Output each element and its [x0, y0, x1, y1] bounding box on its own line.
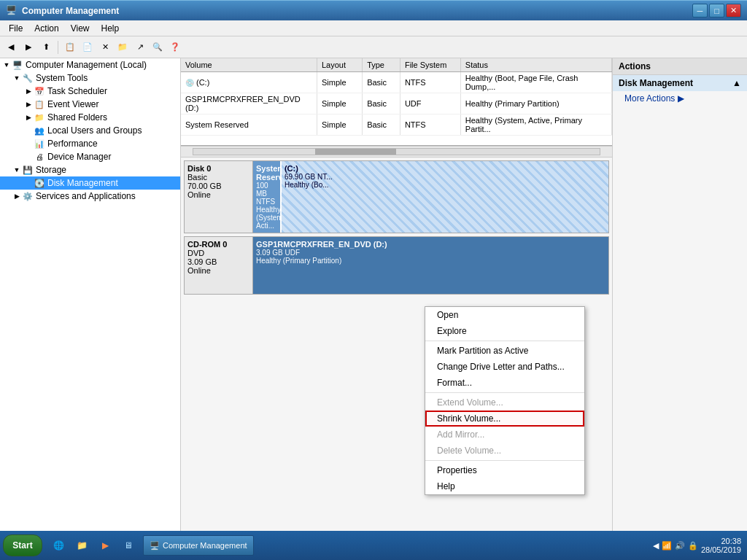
actions-more[interactable]: More Actions ▶: [613, 91, 747, 106]
col-status[interactable]: Status: [460, 58, 611, 72]
toolbar-btn2[interactable]: 📄: [80, 39, 96, 55]
start-button[interactable]: Start: [3, 534, 42, 556]
table-row[interactable]: System Reserved Simple Basic NTFS Health…: [181, 114, 612, 136]
taskbar-window-label: Computer Management: [163, 541, 247, 550]
toolbar: ◀ ▶ ⬆ 📋 📄 ✕ 📁 ↗ 🔍 ❓: [0, 36, 747, 58]
expander-services-apps[interactable]: ▶: [12, 191, 22, 201]
icon-event-viewer: 📋: [34, 98, 45, 110]
forward-button[interactable]: ▶: [20, 39, 36, 55]
tree-item-device-manager[interactable]: ▶ 🖨 Device Manager: [0, 150, 180, 163]
icon-task-scheduler: 📅: [34, 85, 45, 97]
label-local-users: Local Users and Groups: [47, 125, 142, 136]
taskbar-explorer-icon[interactable]: 📁: [71, 535, 92, 556]
disk-name-cdrom: CD-ROM 0: [187, 240, 249, 249]
label-system-tools: System Tools: [36, 73, 88, 83]
taskbar-media-icon[interactable]: ▶: [95, 535, 115, 556]
taskbar-active-window[interactable]: 🖥️ Computer Management: [143, 535, 254, 556]
expander-storage[interactable]: ▼: [12, 165, 22, 175]
back-button[interactable]: ◀: [3, 39, 19, 55]
tree-item-system-tools[interactable]: ▼ 🔧 System Tools: [0, 71, 180, 85]
delete-button[interactable]: ✕: [97, 39, 113, 55]
label-disk-management: Disk Management: [47, 178, 118, 188]
tray-hide-icon[interactable]: ◀: [653, 541, 659, 551]
expander-event-viewer[interactable]: ▶: [23, 99, 34, 109]
properties-button[interactable]: 📁: [115, 39, 131, 55]
menu-file[interactable]: File: [3, 22, 28, 35]
ctx-properties[interactable]: Properties: [425, 462, 584, 478]
cell-status-1: Healthy (Primary Partition): [460, 93, 611, 114]
ctx-help[interactable]: Help: [425, 478, 584, 494]
partition-size-c: 69.90 GB NT...: [285, 173, 605, 181]
expander-computer-management[interactable]: ▼: [1, 60, 12, 70]
col-type[interactable]: Type: [363, 58, 400, 72]
minimize-button[interactable]: ─: [692, 4, 708, 18]
title-bar-buttons: ─ □ ✕: [692, 4, 741, 18]
partition-system-reserved[interactable]: System Reserved 100 MB NTFS Healthy (Sys…: [253, 161, 282, 233]
export-button[interactable]: ↗: [132, 39, 148, 55]
tree-item-storage[interactable]: ▼ 💾 Storage: [0, 163, 180, 176]
actions-panel: Actions Disk Management ▲ More Actions ▶: [612, 58, 747, 531]
maximize-button[interactable]: □: [709, 4, 724, 18]
menu-help[interactable]: Help: [96, 22, 125, 35]
label-storage: Storage: [36, 165, 66, 175]
expander-shared-folders[interactable]: ▶: [23, 112, 34, 122]
partition-c-drive[interactable]: (C:) 69.90 GB NT... Healthy (Bo...: [282, 161, 608, 233]
ctx-mark-active[interactable]: Mark Partition as Active: [425, 343, 584, 359]
disk-size-0: 70.00 GB: [187, 182, 249, 190]
expander-task-scheduler[interactable]: ▶: [23, 86, 34, 96]
clock-time: 20:38: [701, 537, 741, 545]
expander-system-tools[interactable]: ▼: [12, 73, 22, 83]
icon-computer-management: 🖥️: [12, 59, 23, 71]
table-row[interactable]: GSP1RMCPRXFRER_EN_DVD (D:) Simple Basic …: [181, 93, 612, 114]
ctx-shrink[interactable]: Shrink Volume...: [425, 411, 584, 427]
partition-dvd[interactable]: GSP1RMCPRXFRER_EN_DVD (D:) 3.09 GB UDF H…: [253, 237, 608, 294]
partition-status-dvd: Healthy (Primary Partition): [256, 257, 605, 265]
disk-type-cdrom: DVD: [187, 249, 249, 257]
tree-item-disk-management[interactable]: ▶ 💽 Disk Management: [0, 176, 180, 190]
actions-section-title[interactable]: Disk Management ▲: [613, 75, 747, 91]
ctx-change-letter[interactable]: Change Drive Letter and Paths...: [425, 359, 584, 375]
help-toolbar-button[interactable]: ❓: [167, 39, 183, 55]
cell-volume-1: GSP1RMCPRXFRER_EN_DVD (D:): [181, 93, 317, 114]
taskbar-ie-icon[interactable]: 🌐: [48, 535, 69, 556]
close-button[interactable]: ✕: [726, 4, 741, 18]
tree-item-task-scheduler[interactable]: ▶ 📅 Task Scheduler: [0, 85, 180, 98]
col-filesystem[interactable]: File System: [400, 58, 460, 72]
clock-date: 28/05/2019: [701, 545, 741, 554]
cell-layout-0: Simple: [317, 72, 362, 93]
tree-item-performance[interactable]: ▶ 📊 Performance: [0, 137, 180, 150]
search-button[interactable]: 🔍: [150, 39, 166, 55]
icon-performance: 📊: [34, 138, 45, 149]
system-clock[interactable]: 20:38 28/05/2019: [701, 537, 741, 554]
tree-item-event-viewer[interactable]: ▶ 📋 Event Viewer: [0, 98, 180, 111]
up-button[interactable]: ⬆: [38, 39, 54, 55]
cell-status-0: Healthy (Boot, Page File, Crash Dump,...: [460, 72, 611, 93]
taskbar-network-icon[interactable]: 🖥: [118, 535, 139, 556]
tray-volume-icon[interactable]: 🔊: [675, 541, 685, 551]
tree-item-computer-management[interactable]: ▼ 🖥️ Computer Management (Local): [0, 58, 180, 71]
col-layout[interactable]: Layout: [317, 58, 362, 72]
tree-item-local-users[interactable]: ▶ 👥 Local Users and Groups: [0, 124, 180, 137]
ctx-explore[interactable]: Explore: [425, 323, 584, 339]
tray-network-icon[interactable]: 📶: [662, 541, 672, 551]
tree-item-shared-folders[interactable]: ▶ 📁 Shared Folders: [0, 111, 180, 124]
table-row[interactable]: 💿 (C:) Simple Basic NTFS Healthy (Boot, …: [181, 72, 612, 93]
ctx-add-mirror: Add Mirror...: [425, 427, 584, 443]
table-scrollbar[interactable]: [181, 146, 612, 158]
tree-item-services-apps[interactable]: ▶ ⚙️ Services and Applications: [0, 190, 180, 203]
col-volume[interactable]: Volume: [181, 58, 317, 72]
icon-services-apps: ⚙️: [22, 190, 34, 202]
disk-status-cdrom: Online: [187, 266, 249, 275]
ctx-delete: Delete Volume...: [425, 443, 584, 459]
ctx-format[interactable]: Format...: [425, 375, 584, 391]
menu-action[interactable]: Action: [28, 22, 64, 35]
tray-security-icon[interactable]: 🔒: [688, 541, 698, 551]
disk-status-0: Online: [187, 190, 249, 199]
partition-name-c: (C:): [285, 164, 605, 173]
icon-device-manager: 🖨: [34, 151, 45, 163]
menu-view[interactable]: View: [65, 22, 96, 35]
actions-section-arrow: ▲: [732, 78, 741, 88]
ctx-open[interactable]: Open: [425, 307, 584, 323]
show-hide-button[interactable]: 📋: [62, 39, 78, 55]
cell-type-2: Basic: [363, 114, 400, 136]
